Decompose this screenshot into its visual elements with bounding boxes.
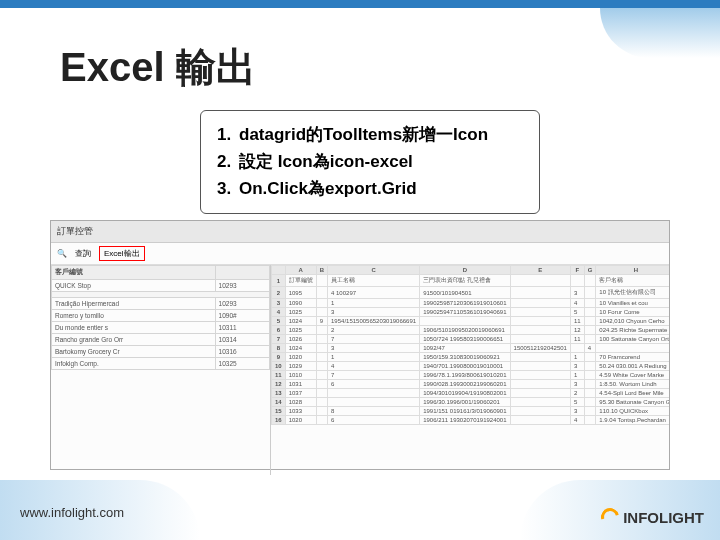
- sheet-cell[interactable]: [584, 326, 596, 335]
- sheet-cell[interactable]: 2: [570, 389, 584, 398]
- sheet-cell[interactable]: 4: [584, 344, 596, 353]
- sheet-cell[interactable]: 1954/151500565203019066691: [328, 317, 420, 326]
- sheet-cell[interactable]: 1042,010 Chyoun Cerho: [596, 317, 669, 326]
- sheet-cell[interactable]: 7: [328, 335, 420, 344]
- sheet-cell[interactable]: 1940/701.1990800019010001: [420, 362, 510, 371]
- sheet-row-header[interactable]: 4: [272, 308, 286, 317]
- sheet-cell[interactable]: [510, 371, 570, 380]
- sheet-col-header[interactable]: H: [596, 266, 669, 275]
- sheet-cell[interactable]: 1990259871203061919010601: [420, 299, 510, 308]
- sheet-row-header[interactable]: 8: [272, 344, 286, 353]
- sheet-cell[interactable]: 1092/47: [420, 344, 510, 353]
- sheet-cell[interactable]: 1024: [285, 317, 316, 326]
- sheet-cell[interactable]: [584, 380, 596, 389]
- sheet-cell[interactable]: 2: [328, 326, 420, 335]
- sheet-cell[interactable]: 1031: [285, 380, 316, 389]
- sheet-cell[interactable]: 1996/78.1.1993/800619010201: [420, 371, 510, 380]
- sheet-cell[interactable]: 11: [570, 335, 584, 344]
- sheet-cell[interactable]: 3: [328, 308, 420, 317]
- sheet-cell[interactable]: 100 Sattonate Canyon Ort: [596, 335, 669, 344]
- sheet-cell[interactable]: 1906/51019095020019060691: [420, 326, 510, 335]
- sheet-row-header[interactable]: 14: [272, 398, 286, 407]
- sheet-cell[interactable]: 1037: [285, 389, 316, 398]
- sheet-cell[interactable]: [316, 380, 327, 389]
- sheet-cell[interactable]: [510, 398, 570, 407]
- sheet-row-header[interactable]: 11: [272, 371, 286, 380]
- sheet-cell[interactable]: 4.54-Spli Lord Beer Mile: [596, 389, 669, 398]
- sheet-cell[interactable]: [510, 326, 570, 335]
- sheet-cell[interactable]: 6: [328, 416, 420, 425]
- sheet-cell[interactable]: 員工名稱: [328, 275, 420, 287]
- sheet-cell[interactable]: 6: [328, 380, 420, 389]
- excel-export-button[interactable]: Excel輸出: [99, 246, 145, 261]
- sheet-cell[interactable]: 110.10 QUICKbox: [596, 407, 669, 416]
- sheet-cell[interactable]: 1024: [285, 344, 316, 353]
- sheet-cell[interactable]: 9: [316, 317, 327, 326]
- sheet-cell[interactable]: [510, 287, 570, 299]
- sheet-cell[interactable]: 1991/151 019161/3/019060901: [420, 407, 510, 416]
- sheet-cell[interactable]: [584, 299, 596, 308]
- sheet-cell[interactable]: [584, 407, 596, 416]
- sheet-cell[interactable]: 024.25 Richte Supermate: [596, 326, 669, 335]
- sheet-col-header[interactable]: C: [328, 266, 420, 275]
- sheet-cell[interactable]: 1906/211 19302070191924001: [420, 416, 510, 425]
- sheet-cell[interactable]: 10 Vianilles et cou: [596, 299, 669, 308]
- sheet-cell[interactable]: [570, 344, 584, 353]
- sheet-cell[interactable]: [510, 353, 570, 362]
- sheet-row-header[interactable]: 2: [272, 287, 286, 299]
- search-icon[interactable]: [57, 249, 67, 258]
- sheet-cell[interactable]: 5: [570, 308, 584, 317]
- sheet-cell[interactable]: [596, 344, 669, 353]
- sheet-cell[interactable]: [510, 380, 570, 389]
- sheet-row-header[interactable]: 12: [272, 380, 286, 389]
- sheet-cell[interactable]: 1950/159.310830019060921: [420, 353, 510, 362]
- sheet-cell[interactable]: [584, 389, 596, 398]
- sheet-cell[interactable]: 4: [328, 362, 420, 371]
- sheet-cell[interactable]: 3: [328, 344, 420, 353]
- sheet-cell[interactable]: [316, 389, 327, 398]
- sheet-row-header[interactable]: 5: [272, 317, 286, 326]
- sheet-cell[interactable]: 10 Forur Come: [596, 308, 669, 317]
- sheet-cell[interactable]: [584, 275, 596, 287]
- sheet-cell[interactable]: 12: [570, 326, 584, 335]
- sheet-cell[interactable]: [584, 371, 596, 380]
- sheet-cell[interactable]: [316, 299, 327, 308]
- sheet-cell[interactable]: 1050/724 1995803190006651: [420, 335, 510, 344]
- sheet-cell[interactable]: 3: [570, 380, 584, 389]
- sheet-cell[interactable]: 1: [328, 299, 420, 308]
- sheet-cell[interactable]: [584, 335, 596, 344]
- sheet-cell[interactable]: 4.59 White Cover Marke: [596, 371, 669, 380]
- sheet-cell[interactable]: 8: [328, 407, 420, 416]
- sheet-row-header[interactable]: 13: [272, 389, 286, 398]
- sheet-cell[interactable]: [316, 362, 327, 371]
- sheet-cell[interactable]: [510, 317, 570, 326]
- sheet-cell[interactable]: [584, 287, 596, 299]
- sheet-cell[interactable]: [510, 335, 570, 344]
- sheet-cell[interactable]: 三門表出資印點 孔兒禮會: [420, 275, 510, 287]
- sheet-cell[interactable]: 1:8.50. Wortom Lindh: [596, 380, 669, 389]
- sheet-col-header[interactable]: A: [285, 266, 316, 275]
- sheet-cell[interactable]: 1033: [285, 407, 316, 416]
- sheet-cell[interactable]: [510, 275, 570, 287]
- sheet-row-header[interactable]: 15: [272, 407, 286, 416]
- search-label[interactable]: 查詢: [75, 248, 91, 259]
- sheet-cell[interactable]: [510, 407, 570, 416]
- sheet-cell[interactable]: [584, 353, 596, 362]
- sheet-cell[interactable]: 70 Framcorend: [596, 353, 669, 362]
- sheet-cell[interactable]: 1090: [285, 299, 316, 308]
- sheet-cell[interactable]: 客戶名稱: [596, 275, 669, 287]
- sheet-cell[interactable]: 1029: [285, 362, 316, 371]
- sheet-cell[interactable]: 1: [328, 353, 420, 362]
- sheet-row-header[interactable]: 10: [272, 362, 286, 371]
- sheet-cell[interactable]: 1996/30.1996/001/19060201: [420, 398, 510, 407]
- sheet-cell[interactable]: 1990259471105361019040691: [420, 308, 510, 317]
- sheet-cell[interactable]: 1095: [285, 287, 316, 299]
- sheet-cell[interactable]: 1020: [285, 353, 316, 362]
- sheet-cell[interactable]: 11: [570, 317, 584, 326]
- sheet-cell[interactable]: [316, 344, 327, 353]
- sheet-cell[interactable]: [510, 362, 570, 371]
- sheet-cell[interactable]: [420, 317, 510, 326]
- sheet-cell[interactable]: 1094/301019904/19190802001: [420, 389, 510, 398]
- sheet-cell[interactable]: 3: [570, 362, 584, 371]
- excel-sheet[interactable]: ABCDEFGHIJK1訂單編號員工名稱三門表出資印點 孔兒禮會客戶名稱昆址鎮城…: [271, 265, 669, 475]
